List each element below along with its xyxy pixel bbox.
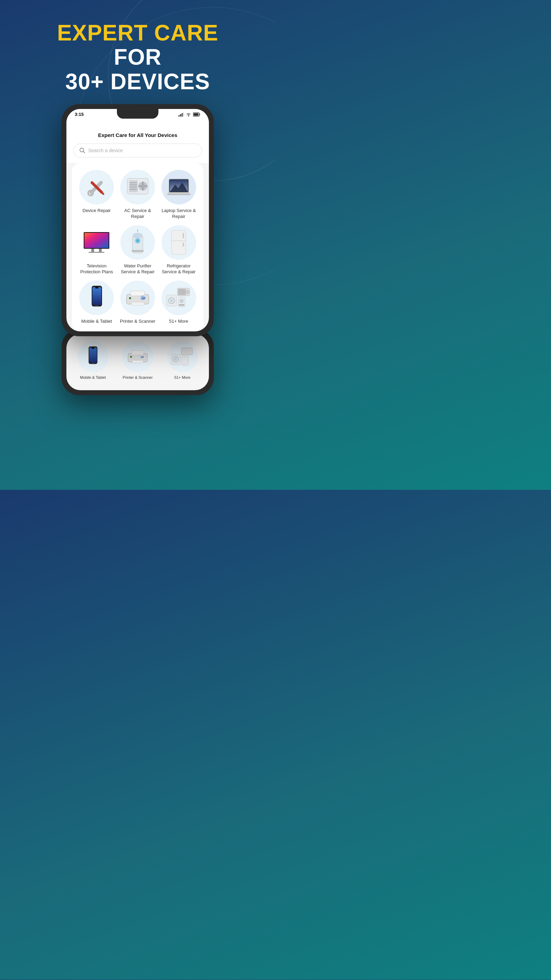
phone-notch bbox=[117, 109, 158, 119]
battery-icon bbox=[193, 113, 201, 116]
status-time: 3:15 bbox=[75, 112, 84, 117]
svg-rect-71 bbox=[131, 350, 143, 355]
svg-rect-79 bbox=[182, 356, 188, 365]
svg-rect-48 bbox=[95, 287, 99, 288]
services-card: Device Repair bbox=[72, 163, 203, 331]
svg-rect-56 bbox=[132, 303, 143, 304]
svg-rect-32 bbox=[84, 233, 108, 248]
water-purifier-icon-circle bbox=[120, 225, 155, 260]
bottom-service-label-mobile: Mobile & Tablet bbox=[80, 375, 106, 380]
service-label-mobile: Mobile & Tablet bbox=[81, 318, 112, 325]
svg-rect-34 bbox=[99, 249, 102, 252]
service-label-ac: AC Service & Repair bbox=[119, 208, 157, 220]
hero-section: EXPERT CARE FOR 30+ DEVICES bbox=[57, 21, 218, 94]
svg-rect-51 bbox=[131, 291, 145, 296]
service-label-tv: Television Protection Plans bbox=[78, 263, 116, 275]
service-item-device-repair[interactable]: Device Repair bbox=[78, 170, 116, 220]
service-label-device-repair: Device Repair bbox=[83, 208, 111, 214]
service-item-fridge[interactable]: Refrigerator Service & Repair bbox=[159, 225, 198, 275]
svg-rect-0 bbox=[178, 115, 180, 116]
service-item-ac[interactable]: AC Service & Repair bbox=[119, 170, 157, 220]
bottom-printer-icon-circle: HP bbox=[122, 341, 153, 372]
more-icon-circle bbox=[161, 280, 196, 315]
bottom-service-label-more: 51+ More bbox=[174, 375, 191, 380]
printer-icon-circle: HP bbox=[120, 280, 155, 315]
mobile-icon bbox=[86, 284, 108, 312]
bottom-services-grid: Mobile & Tablet HP Printer & Scanner bbox=[72, 341, 203, 380]
service-item-printer[interactable]: HP Printer & Scanner bbox=[119, 280, 157, 325]
bottom-service-printer[interactable]: HP Printer & Scanner bbox=[116, 341, 158, 380]
ac-icon-circle bbox=[120, 170, 155, 204]
svg-rect-30 bbox=[167, 194, 191, 195]
app-header: Expert Care for All Your Devices bbox=[67, 118, 209, 143]
hero-line3: 30+ DEVICES bbox=[57, 70, 218, 94]
svg-rect-68 bbox=[92, 347, 94, 348]
bottom-more-icon bbox=[169, 345, 196, 369]
printer-icon: HP bbox=[124, 286, 151, 310]
service-label-more: 51+ More bbox=[169, 318, 188, 325]
svg-rect-43 bbox=[183, 233, 184, 238]
service-label-water-purifier: Water Purifier Service & Repair bbox=[119, 263, 157, 275]
bottom-printer-icon: HP bbox=[126, 345, 150, 368]
tools-icon bbox=[84, 175, 108, 199]
svg-point-16 bbox=[141, 184, 145, 188]
laptop-icon-circle bbox=[161, 170, 196, 204]
service-item-mobile[interactable]: Mobile & Tablet bbox=[78, 280, 116, 325]
water-purifier-icon bbox=[126, 229, 150, 256]
service-item-more[interactable]: 51+ More bbox=[159, 280, 198, 325]
service-item-laptop[interactable]: Laptop Service & Repair bbox=[159, 170, 198, 220]
fridge-icon-circle bbox=[161, 225, 196, 260]
svg-point-37 bbox=[133, 233, 142, 238]
svg-point-59 bbox=[170, 299, 173, 302]
service-label-fridge: Refrigerator Service & Repair bbox=[159, 263, 198, 275]
svg-rect-78 bbox=[181, 348, 193, 355]
mobile-icon-circle bbox=[79, 280, 114, 315]
svg-line-8 bbox=[83, 151, 85, 153]
service-label-laptop: Laptop Service & Repair bbox=[159, 208, 198, 220]
laptop-icon bbox=[165, 175, 193, 199]
phone-mockup-bottom: Mobile & Tablet HP Printer & Scanner bbox=[62, 329, 214, 395]
svg-point-77 bbox=[174, 358, 177, 360]
fridge-icon bbox=[167, 229, 190, 256]
wifi-icon bbox=[186, 113, 191, 116]
phone-mockup-main: 3:15 bbox=[62, 104, 214, 336]
bottom-more-icon-circle bbox=[167, 341, 198, 372]
svg-rect-1 bbox=[180, 114, 181, 116]
svg-point-39 bbox=[136, 239, 139, 242]
search-bar-container: Search a device bbox=[67, 143, 209, 163]
hero-line2: FOR bbox=[57, 45, 218, 69]
hero-line1: EXPERT CARE bbox=[57, 21, 218, 45]
ac-icon bbox=[124, 175, 151, 199]
svg-rect-40 bbox=[132, 250, 143, 252]
svg-point-64 bbox=[180, 299, 184, 303]
more-devices-icon bbox=[165, 285, 193, 311]
svg-line-12 bbox=[102, 192, 104, 194]
svg-rect-65 bbox=[179, 304, 184, 306]
service-label-printer: Printer & Scanner bbox=[120, 318, 156, 325]
svg-text:HP: HP bbox=[142, 297, 146, 300]
search-icon bbox=[79, 147, 86, 154]
svg-rect-5 bbox=[199, 114, 200, 115]
svg-rect-74 bbox=[132, 360, 143, 363]
service-item-water-purifier[interactable]: Water Purifier Service & Repair bbox=[119, 225, 157, 275]
bottom-service-mobile[interactable]: Mobile & Tablet bbox=[72, 341, 114, 380]
svg-rect-33 bbox=[91, 249, 94, 252]
svg-point-73 bbox=[130, 356, 132, 358]
svg-rect-3 bbox=[183, 113, 184, 116]
device-repair-icon-circle bbox=[79, 170, 114, 204]
services-grid: Device Repair bbox=[78, 170, 198, 324]
service-item-tv[interactable]: Television Protection Plans bbox=[78, 225, 116, 275]
svg-point-54 bbox=[129, 297, 131, 299]
search-input-box[interactable]: Search a device bbox=[73, 143, 202, 158]
signal-icon bbox=[178, 113, 184, 116]
bottom-mobile-icon-circle bbox=[78, 341, 108, 372]
status-icons bbox=[178, 113, 201, 116]
bottom-service-more[interactable]: 51+ More bbox=[161, 341, 203, 380]
svg-rect-44 bbox=[183, 242, 184, 247]
bottom-mobile-icon bbox=[83, 345, 102, 369]
svg-rect-2 bbox=[182, 113, 183, 116]
svg-rect-35 bbox=[89, 252, 105, 253]
svg-rect-61 bbox=[178, 289, 186, 295]
svg-point-62 bbox=[186, 290, 189, 294]
bottom-service-label-printer: Printer & Scanner bbox=[123, 375, 153, 380]
